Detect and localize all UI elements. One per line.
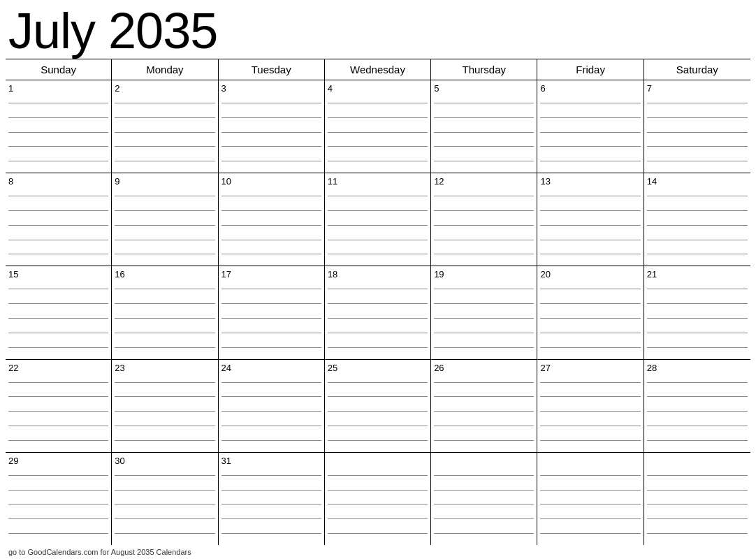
write-line	[434, 254, 534, 254]
write-line	[434, 103, 534, 103]
write-line	[328, 411, 428, 412]
day-cell-17[interactable]: 17	[219, 266, 325, 358]
write-line	[115, 440, 215, 441]
write-line	[8, 210, 108, 211]
write-line	[328, 347, 428, 348]
write-line	[434, 333, 534, 333]
day-cell-9[interactable]: 9	[112, 173, 218, 266]
write-line	[328, 196, 428, 196]
write-line	[434, 490, 534, 491]
lines-area	[8, 284, 108, 357]
day-cell-15[interactable]: 15	[6, 266, 112, 358]
write-line	[434, 411, 534, 412]
write-line	[647, 396, 748, 397]
day-cell-25[interactable]: 25	[325, 360, 431, 452]
day-cell-30[interactable]: 30	[112, 453, 218, 545]
week-row-5: 293031	[6, 453, 750, 545]
write-line	[540, 533, 640, 534]
day-cell-20[interactable]: 20	[537, 266, 644, 358]
day-cell-3[interactable]: 3	[219, 80, 325, 173]
day-cell-26[interactable]: 26	[431, 360, 537, 452]
write-line	[221, 426, 321, 426]
write-line	[328, 504, 428, 504]
day-cell-7[interactable]: 7	[644, 80, 750, 173]
day-cell-2[interactable]: 2	[112, 80, 218, 173]
day-cell-empty-5[interactable]	[537, 453, 644, 545]
day-cell-18[interactable]: 18	[325, 266, 431, 358]
write-line	[328, 161, 428, 161]
lines-area	[115, 284, 215, 357]
day-number: 9	[115, 176, 215, 187]
write-line	[328, 225, 428, 226]
write-line	[115, 210, 215, 211]
write-line	[540, 240, 640, 240]
write-line	[115, 225, 215, 226]
calendar-grid: SundayMondayTuesdayWednesdayThursdayFrid…	[6, 59, 750, 545]
write-line	[434, 161, 534, 161]
day-cell-16[interactable]: 16	[112, 266, 218, 358]
lines-area	[647, 284, 748, 357]
write-line	[221, 196, 321, 196]
day-cell-11[interactable]: 11	[325, 173, 431, 266]
day-number: 22	[8, 363, 108, 374]
lines-area	[647, 99, 748, 171]
day-number: 14	[647, 176, 748, 187]
day-cell-5[interactable]: 5	[431, 80, 537, 173]
write-line	[328, 132, 428, 133]
day-cell-4[interactable]: 4	[325, 80, 431, 173]
day-cell-8[interactable]: 8	[6, 173, 112, 266]
write-line	[540, 303, 640, 304]
day-cell-24[interactable]: 24	[219, 360, 325, 452]
write-line	[540, 440, 640, 441]
write-line	[647, 382, 748, 383]
write-line	[8, 240, 108, 240]
day-number: 27	[540, 363, 640, 374]
day-cell-13[interactable]: 13	[537, 173, 644, 266]
write-line	[221, 146, 321, 147]
day-cell-27[interactable]: 27	[537, 360, 644, 452]
write-line	[115, 303, 215, 304]
day-cell-19[interactable]: 19	[431, 266, 537, 358]
write-line	[328, 289, 428, 289]
day-cell-21[interactable]: 21	[644, 266, 750, 358]
day-cell-29[interactable]: 29	[6, 453, 112, 545]
day-cell-empty-4[interactable]	[431, 453, 537, 545]
write-line	[115, 289, 215, 289]
write-line	[647, 196, 748, 196]
day-number: 28	[647, 363, 748, 374]
write-line	[647, 518, 748, 519]
write-line	[540, 475, 640, 476]
day-number: 7	[647, 83, 748, 94]
write-line	[647, 333, 748, 333]
write-line	[328, 396, 428, 397]
day-number: 29	[8, 456, 108, 467]
write-line	[647, 117, 748, 118]
day-cell-12[interactable]: 12	[431, 173, 537, 266]
day-cell-23[interactable]: 23	[112, 360, 218, 452]
write-line	[115, 411, 215, 412]
day-number: 1	[8, 83, 108, 94]
write-line	[540, 504, 640, 504]
write-line	[115, 146, 215, 147]
day-number: 25	[328, 363, 428, 374]
write-line	[434, 396, 534, 397]
lines-area	[540, 471, 640, 544]
lines-area	[540, 191, 640, 264]
lines-area	[540, 99, 640, 171]
write-line	[115, 533, 215, 534]
day-cell-28[interactable]: 28	[644, 360, 750, 452]
day-cell-6[interactable]: 6	[537, 80, 644, 173]
day-cell-1[interactable]: 1	[6, 80, 112, 173]
write-line	[540, 196, 640, 196]
day-cell-22[interactable]: 22	[6, 360, 112, 452]
day-header-tuesday: Tuesday	[219, 59, 325, 80]
day-cell-10[interactable]: 10	[219, 173, 325, 266]
day-cell-31[interactable]: 31	[219, 453, 325, 545]
lines-area	[647, 471, 748, 544]
lines-area	[328, 378, 428, 451]
write-line	[115, 518, 215, 519]
write-line	[434, 132, 534, 133]
day-cell-empty-6[interactable]	[644, 453, 750, 545]
day-cell-14[interactable]: 14	[644, 173, 750, 266]
day-cell-empty-3[interactable]	[325, 453, 431, 545]
